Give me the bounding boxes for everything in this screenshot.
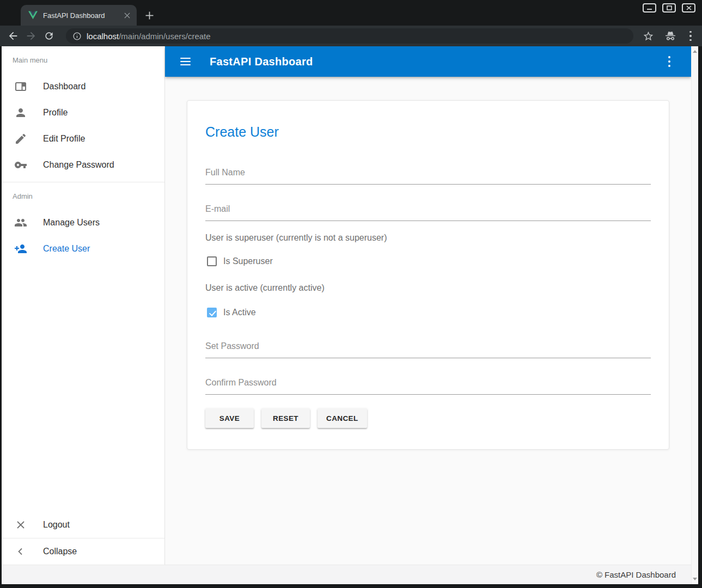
sidebar-item-manage-users[interactable]: Manage Users	[2, 210, 164, 236]
is-active-label: Is Active	[223, 308, 256, 317]
sidebar: Main menu Dashboard Profile Edit Profile…	[2, 46, 165, 565]
full-name-input[interactable]	[205, 164, 651, 185]
sidebar-item-label: Collapse	[43, 547, 77, 556]
new-tab-button[interactable]	[143, 9, 156, 22]
scrollbar-down-arrow-icon[interactable]	[693, 578, 697, 580]
toolbar-right-icons	[642, 29, 694, 42]
key-icon	[14, 158, 27, 171]
save-button[interactable]: SAVE	[205, 408, 254, 428]
sidebar-item-label: Profile	[43, 108, 68, 118]
tab-close-icon[interactable]	[123, 11, 131, 20]
sidebar-item-logout[interactable]: Logout	[2, 512, 164, 538]
form-actions: SAVE RESET CANCEL	[205, 408, 651, 428]
app-title: FastAPI Dashboard	[210, 56, 313, 68]
app-bar: FastAPI Dashboard	[165, 46, 691, 77]
main-content: Create User User is superuser (currently…	[165, 77, 691, 565]
url-path: /main/admin/users/create	[119, 32, 210, 41]
browser-tab[interactable]: FastAPI Dashboard	[21, 5, 137, 26]
is-active-checkbox[interactable]	[207, 308, 217, 317]
incognito-icon	[664, 30, 676, 42]
person-add-icon	[14, 242, 27, 255]
window-controls	[643, 3, 695, 13]
sidebar-section-admin: Admin	[2, 182, 164, 210]
cancel-button[interactable]: CANCEL	[318, 408, 367, 428]
page-title: Create User	[205, 122, 651, 141]
hamburger-menu-icon[interactable]	[179, 55, 192, 68]
url-text[interactable]: localhost/main/admin/users/create	[87, 32, 211, 41]
people-icon	[14, 216, 27, 229]
app-footer: © FastAPI Dashboard	[2, 565, 691, 584]
sidebar-item-dashboard[interactable]: Dashboard	[2, 74, 164, 100]
url-bar[interactable]: localhost/main/admin/users/create	[66, 28, 633, 44]
vue-favicon-icon	[28, 11, 38, 20]
sidebar-item-label: Change Password	[43, 160, 114, 170]
sidebar-item-label: Create User	[43, 244, 90, 254]
sidebar-item-profile[interactable]: Profile	[2, 100, 164, 126]
chevron-left-icon	[14, 545, 27, 558]
create-user-card: Create User User is superuser (currently…	[187, 100, 669, 450]
superuser-hint-text: User is superuser (currently is not a su…	[205, 232, 651, 244]
is-superuser-checkbox[interactable]	[207, 256, 217, 266]
browser-toolbar: localhost/main/admin/users/create	[0, 26, 702, 46]
window-maximize-button[interactable]	[662, 3, 676, 13]
pencil-icon	[14, 132, 27, 145]
close-x-icon	[14, 518, 27, 531]
page-info-icon[interactable]	[72, 32, 82, 41]
is-superuser-label: Is Superuser	[223, 256, 273, 266]
tab-title: FastAPI Dashboard	[43, 11, 123, 20]
is-active-checkbox-row[interactable]: Is Active	[205, 306, 651, 319]
sidebar-item-label: Dashboard	[43, 82, 86, 91]
back-button[interactable]	[7, 29, 20, 42]
active-hint-text: User is active (currently active)	[205, 282, 651, 294]
sidebar-item-label: Logout	[43, 520, 70, 530]
sidebar-section-main-menu: Main menu	[2, 46, 164, 74]
reload-button[interactable]	[42, 29, 56, 42]
browser-titlebar: FastAPI Dashboard	[0, 0, 702, 26]
person-icon	[14, 106, 27, 119]
dashboard-icon	[14, 80, 27, 93]
sidebar-item-change-password[interactable]: Change Password	[2, 152, 164, 178]
browser-menu-icon[interactable]	[687, 29, 694, 42]
set-password-input[interactable]	[205, 338, 651, 358]
sidebar-item-create-user[interactable]: Create User	[2, 236, 164, 262]
sidebar-item-collapse[interactable]: Collapse	[2, 538, 164, 565]
reset-button[interactable]: RESET	[261, 408, 310, 428]
sidebar-item-label: Manage Users	[43, 218, 100, 228]
copyright-text: © FastAPI Dashboard	[596, 570, 676, 579]
window-close-button[interactable]	[682, 3, 695, 13]
app-overflow-menu-icon[interactable]	[666, 55, 673, 68]
forward-button[interactable]	[25, 29, 38, 42]
is-superuser-checkbox-row[interactable]: Is Superuser	[205, 255, 651, 268]
email-input[interactable]	[205, 201, 651, 221]
url-host: localhost	[87, 32, 119, 41]
confirm-password-input[interactable]	[205, 375, 651, 395]
window-minimize-button[interactable]	[643, 3, 656, 13]
sidebar-item-label: Edit Profile	[43, 134, 85, 144]
scrollbar-up-arrow-icon[interactable]	[693, 50, 697, 53]
sidebar-item-edit-profile[interactable]: Edit Profile	[2, 126, 164, 152]
page-scrollbar[interactable]	[691, 46, 698, 584]
bookmark-star-icon[interactable]	[642, 30, 654, 42]
